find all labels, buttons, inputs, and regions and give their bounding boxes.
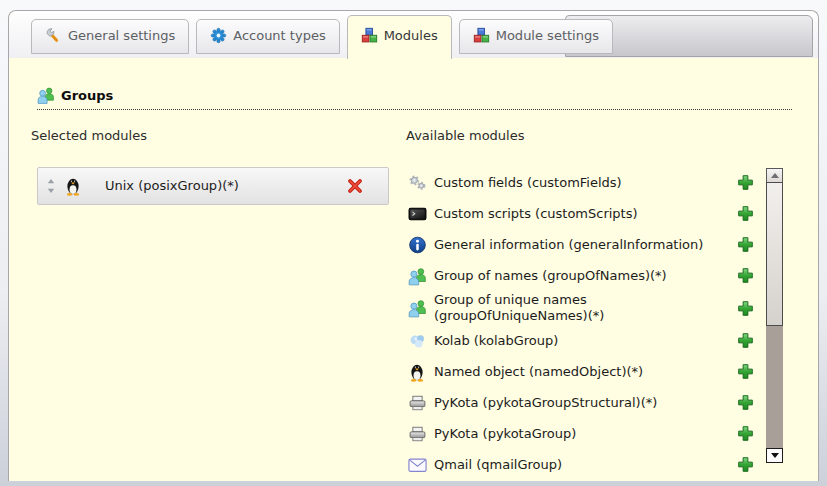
module-label: Group of unique names (groupOfUniqueName… [434, 292, 729, 324]
tab-module-settings[interactable]: Module settings [459, 19, 613, 54]
tab-label: Modules [384, 28, 438, 43]
add-module-button[interactable] [737, 332, 754, 349]
terminal-icon [408, 204, 427, 224]
available-modules-heading: Available modules [406, 128, 794, 143]
tab-general-settings[interactable]: General settings [31, 19, 189, 54]
modules-icon [473, 27, 490, 44]
remove-module-button[interactable] [347, 178, 363, 194]
info-icon [408, 235, 427, 255]
wrench-icon [45, 27, 62, 44]
gear-icon [210, 27, 227, 44]
tux-icon [408, 362, 427, 382]
arrow-down-icon [771, 453, 779, 458]
add-module-button[interactable] [737, 394, 754, 411]
modules-icon [361, 27, 378, 44]
available-modules-list: Custom fields (customFields) [397, 167, 794, 480]
add-module-button[interactable] [737, 205, 754, 222]
kolab-icon [408, 331, 427, 351]
module-label: Group of names (groupOfNames)(*) [434, 268, 729, 284]
modules-tab-panel: Groups Selected modules [9, 86, 818, 480]
module-label: Qmail (qmailGroup) [434, 457, 729, 473]
config-panel: General settings Account types [8, 10, 819, 481]
add-module-button[interactable] [737, 236, 754, 253]
tab-modules[interactable]: Modules [347, 15, 452, 59]
add-module-button[interactable] [737, 363, 754, 380]
available-module-row: Named object (namedObject)(*) [408, 356, 754, 387]
available-modules-scrollbar[interactable] [766, 168, 783, 463]
selected-modules-heading: Selected modules [31, 128, 397, 143]
available-module-row: Kolab (kolabGroup) [408, 325, 754, 356]
available-module-row: PyKota (pykotaGroup) [408, 418, 754, 449]
available-module-row: Group of unique names (groupOfUniqueName… [408, 291, 754, 325]
selected-module-row[interactable]: Unix (posixGroup)(*) [37, 167, 389, 205]
scrollbar-thumb[interactable] [766, 182, 783, 326]
printer-icon [408, 424, 427, 444]
add-module-button[interactable] [737, 425, 754, 442]
groups-icon [37, 86, 55, 104]
module-label: Unix (posixGroup)(*) [105, 178, 347, 194]
available-module-row: Qmail (qmailGroup) [408, 449, 754, 480]
module-label: General information (generalInformation) [434, 237, 729, 253]
gears-icon [408, 173, 427, 193]
scroll-up-button[interactable] [766, 168, 783, 183]
sort-handle-icon[interactable] [46, 178, 56, 194]
available-module-row: Group of names (groupOfNames)(*) [408, 260, 754, 291]
available-module-row: Custom fields (customFields) [408, 167, 754, 198]
tab-label: General settings [68, 28, 175, 43]
add-module-button[interactable] [737, 456, 754, 473]
module-label: Kolab (kolabGroup) [434, 333, 729, 349]
tab-label: Account types [233, 28, 325, 43]
printer-icon [408, 393, 427, 413]
available-module-row: General information (generalInformation) [408, 229, 754, 260]
module-label: PyKota (pykotaGroupStructural)(*) [434, 395, 729, 411]
scroll-down-button[interactable] [766, 448, 783, 463]
group-icon [408, 298, 427, 318]
tab-label: Module settings [496, 28, 599, 43]
module-label: Named object (namedObject)(*) [434, 364, 729, 380]
module-label: PyKota (pykotaGroup) [434, 426, 729, 442]
tab-account-types[interactable]: Account types [196, 19, 339, 54]
arrow-up-icon [771, 173, 779, 178]
group-icon [408, 266, 427, 286]
module-label: Custom scripts (customScripts) [434, 206, 729, 222]
section-heading-groups: Groups [37, 86, 792, 110]
add-module-button[interactable] [737, 174, 754, 191]
tux-icon [64, 176, 83, 196]
tab-bar: General settings Account types [9, 11, 818, 58]
envelope-icon [408, 455, 427, 475]
available-module-row: PyKota (pykotaGroupStructural)(*) [408, 387, 754, 418]
module-label: Custom fields (customFields) [434, 175, 729, 191]
add-module-button[interactable] [737, 300, 754, 317]
section-title: Groups [61, 88, 113, 103]
available-module-row: Custom scripts (customScripts) [408, 198, 754, 229]
add-module-button[interactable] [737, 267, 754, 284]
